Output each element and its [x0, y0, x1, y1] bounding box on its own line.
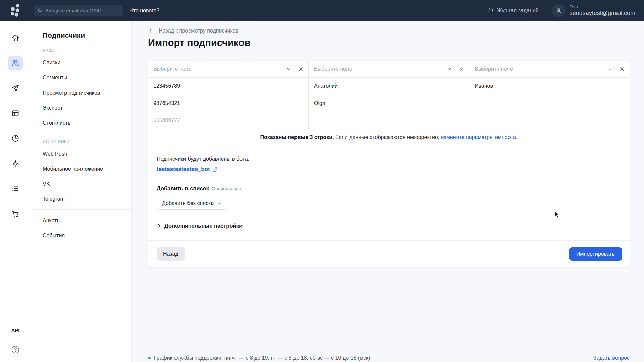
sidebar-item-events[interactable]: События	[31, 228, 131, 243]
clear-field-3-button[interactable]	[619, 66, 625, 72]
chevron-down-icon	[608, 67, 612, 71]
list-select-dropdown[interactable]: Добавить без списка	[157, 197, 226, 210]
layout-icon	[11, 109, 19, 117]
field-select-3[interactable]: Выберите поле	[469, 61, 630, 77]
table-row: 123456789 Анатолий Иванов	[148, 78, 630, 95]
clear-field-1-button[interactable]	[298, 66, 304, 72]
page-footer: График службы поддержки: пн-чт — с 8 до …	[148, 349, 630, 361]
rail-statistics-button[interactable]	[8, 131, 23, 146]
table-cell	[469, 112, 630, 129]
sidebar-item-stop-lists[interactable]: Стоп-листы	[31, 115, 131, 130]
page-title: Импорт подписчиков	[148, 37, 630, 48]
sidebar-item-segments[interactable]: Сегменты	[31, 70, 131, 85]
advanced-settings-label: Дополнительные настройки	[164, 223, 243, 229]
sendsay-logo-icon[interactable]	[9, 3, 23, 18]
help-icon[interactable]	[11, 345, 20, 354]
sidebar-item-mobile-app[interactable]: Мобильное приложение	[31, 161, 131, 176]
rail-pages-button[interactable]	[8, 106, 23, 121]
rail-shop-button[interactable]	[8, 206, 23, 221]
table-row: 555666777	[148, 112, 630, 129]
table-cell: Olga	[309, 95, 469, 112]
rail-automation-button[interactable]	[8, 156, 23, 171]
sidebar-section-base: БАЗА	[31, 48, 131, 53]
top-bar: Что нового? Журнал заданий Тест sendsayt…	[0, 0, 644, 21]
send-icon	[11, 84, 19, 92]
back-link[interactable]: Назад к просмотру подписчиков	[148, 27, 238, 34]
rail-logs-button[interactable]	[8, 181, 23, 196]
bot-link[interactable]: testestestestss_bot	[157, 166, 217, 173]
user-icon	[555, 7, 562, 14]
table-cell: Анатолий	[309, 78, 469, 95]
table-cell: Иванов	[469, 78, 630, 95]
sidebar-item-export[interactable]: Экспорт	[31, 100, 131, 115]
sidebar-title: Подписчики	[31, 31, 131, 39]
avatar	[552, 4, 566, 17]
search-icon	[38, 8, 43, 13]
api-link[interactable]: API	[11, 327, 19, 333]
table-cell: 555666777	[148, 112, 309, 129]
external-link-icon	[212, 167, 217, 172]
table-row: 987654321 Olga	[148, 95, 630, 112]
bell-icon	[488, 7, 494, 14]
close-icon	[459, 66, 464, 72]
preview-note-period: .	[516, 134, 517, 140]
preview-note: Показаны первые 3 строки. Если данные от…	[148, 129, 630, 146]
search-input[interactable]	[45, 8, 119, 13]
list-icon	[11, 185, 19, 193]
users-icon	[11, 59, 19, 67]
field-select-2[interactable]: Выберите поле	[309, 61, 469, 77]
field-select-row: Выберите поле Выберите поле	[148, 61, 630, 78]
sidebar-section-sources: ИСТОЧНИКИ	[31, 139, 131, 144]
account-menu[interactable]: Тест sendsaytest@gmail.com	[552, 4, 635, 17]
table-cell: 123456789	[148, 78, 309, 95]
sidebar-item-web-push[interactable]: Web Push	[31, 146, 131, 161]
chevron-right-icon	[157, 223, 162, 228]
close-icon	[619, 66, 625, 72]
back-link-label: Назад к просмотру подписчиков	[159, 28, 238, 34]
account-email: sendsaytest@gmail.com	[570, 9, 635, 17]
chevron-down-icon	[286, 67, 291, 71]
cart-icon	[11, 210, 19, 218]
sidebar-item-telegram[interactable]: Telegram	[31, 191, 131, 206]
sidebar-item-vk[interactable]: VK	[31, 176, 131, 191]
change-import-params-link[interactable]: измените параметры импорта	[441, 134, 516, 140]
close-icon	[298, 66, 304, 72]
support-schedule-label: График службы поддержки: пн-чт — с 8 до …	[154, 355, 370, 361]
arrow-left-icon	[148, 27, 155, 34]
sidebar-item-forms[interactable]: Анкеты	[31, 213, 131, 228]
list-select-value: Добавить без списка	[162, 200, 214, 206]
back-button[interactable]: Назад	[157, 247, 185, 261]
card-footer: Назад Импортировать	[148, 240, 630, 267]
account-name: Тест	[570, 4, 635, 9]
chevron-down-icon	[217, 201, 221, 205]
import-button[interactable]: Импортировать	[569, 247, 622, 261]
table-cell	[469, 95, 630, 112]
rail-home-button[interactable]	[8, 31, 23, 45]
import-settings: Подписчики будут добавлены в бота: teste…	[148, 146, 630, 240]
sidebar-item-lists[interactable]: Списки	[31, 55, 131, 70]
task-journal-button[interactable]: Журнал заданий	[488, 7, 539, 14]
preview-note-text: Если данные отображаются некорректно,	[334, 134, 441, 140]
global-search[interactable]	[34, 5, 123, 16]
optional-badge: Опционально	[212, 186, 241, 191]
preview-note-bold: Показаны первые 3 строки.	[260, 134, 334, 140]
bot-link-label: testestestestss_bot	[157, 166, 210, 173]
pie-chart-icon	[11, 134, 19, 142]
clear-field-2-button[interactable]	[459, 66, 464, 72]
table-cell: 987654321	[148, 95, 309, 112]
field-select-3-placeholder: Выберите поле	[475, 66, 608, 72]
field-select-1-placeholder: Выберите поле	[153, 66, 286, 72]
main-content: Назад к просмотру подписчиков Импорт под…	[132, 21, 644, 362]
task-journal-label: Журнал заданий	[497, 8, 539, 14]
rail-campaigns-button[interactable]	[8, 81, 23, 96]
status-dot	[148, 357, 151, 359]
sidebar-item-view-subscribers[interactable]: Просмотр подписчиков	[31, 85, 131, 100]
rail-subscribers-button[interactable]	[8, 56, 23, 70]
bot-target-label: Подписчики будут добавлены в бота:	[157, 156, 621, 162]
advanced-settings-toggle[interactable]: Дополнительные настройки	[157, 223, 243, 229]
whats-new-link[interactable]: Что нового?	[129, 8, 159, 14]
add-to-list-label: Добавить в список	[157, 185, 209, 192]
field-select-1[interactable]: Выберите поле	[148, 61, 309, 77]
home-icon	[11, 34, 19, 42]
ask-question-link[interactable]: Задать вопрос	[593, 355, 630, 361]
